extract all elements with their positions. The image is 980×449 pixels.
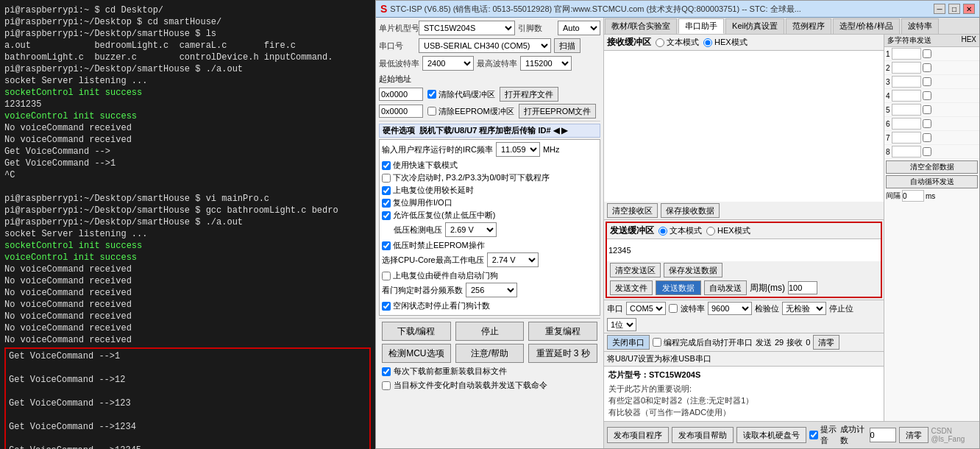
multi-input-4[interactable] bbox=[892, 90, 921, 102]
tab-textbook[interactable]: 教材/联合实验室 bbox=[605, 18, 677, 34]
term-line: Get VoiceCommand -->1234 bbox=[9, 421, 366, 433]
multi-input-3[interactable] bbox=[892, 76, 921, 88]
multi-cb-8[interactable] bbox=[923, 147, 931, 156]
right-panel: 教材/联合实验室 串口助手 Keil仿真设置 范例程序 选型/价格/样品 波特率 bbox=[604, 18, 979, 448]
multi-cb-7[interactable] bbox=[923, 133, 931, 142]
com-port-select[interactable]: COM5 bbox=[626, 302, 666, 315]
reset-time-button[interactable]: 重置延时 3 秒 bbox=[528, 344, 597, 363]
term-line: Get VoiceCommand -->12345 bbox=[9, 445, 366, 449]
recv-text-mode[interactable]: 文本模式 bbox=[656, 37, 699, 48]
send-file-button[interactable]: 发送文件 bbox=[610, 280, 653, 295]
tab-baudrate[interactable]: 波特率 bbox=[901, 18, 939, 34]
close-port-button[interactable]: 关闭串口 bbox=[607, 335, 650, 350]
clear-count-button[interactable]: 清零 bbox=[813, 335, 839, 350]
send-data-button[interactable]: 发送数据 bbox=[656, 280, 701, 295]
maximize-button[interactable]: □ bbox=[948, 4, 960, 14]
coldboot-cb[interactable]: 下次冷启动时, P3.2/P3.3为0/0时可下载程序 bbox=[382, 172, 597, 183]
clear-recv-button[interactable]: 清空接收区 bbox=[607, 203, 658, 218]
auto-loop-button[interactable]: 自动循环发送 bbox=[886, 175, 978, 188]
min-baud-select[interactable]: 2400 bbox=[422, 56, 474, 71]
auto-send-dl-cb[interactable]: 当目标文件变化时自动装载并发送下载命令 bbox=[382, 380, 597, 391]
detect-button[interactable]: 检测MCU选项 bbox=[382, 344, 451, 363]
hw-wdt-cb[interactable]: 上电复位由硬件自动启动门狗 bbox=[382, 270, 597, 281]
port-select[interactable]: USB-SERIAL CH340 (COM5) bbox=[419, 38, 551, 53]
lvr-cb[interactable]: 允许低压复位(禁止低压中断) bbox=[382, 210, 597, 221]
stop-bits-select[interactable]: 1位 bbox=[607, 318, 636, 331]
lvd-eeprom-cb[interactable]: 低压时禁止EEPROM操作 bbox=[382, 240, 597, 251]
clear-send-button[interactable]: 清空发送区 bbox=[610, 263, 661, 277]
open-eeprom-button[interactable]: 打开EEPROM文件 bbox=[519, 104, 597, 119]
rst-io-cb[interactable]: 复位脚用作I/O口 bbox=[382, 197, 597, 208]
wdt-prescale-select[interactable]: 256 bbox=[466, 283, 517, 297]
clear-eeprom-cb[interactable]: 清除EEPROM缓冲区 bbox=[427, 106, 514, 117]
clear-all-button[interactable]: 清空全部数据 bbox=[886, 160, 978, 174]
send-hex-mode[interactable]: HEX模式 bbox=[706, 225, 750, 236]
multi-input-5[interactable] bbox=[892, 104, 921, 116]
chip-model-select[interactable]: STC15W204S bbox=[419, 21, 515, 35]
pin-count-label: 引脚数 bbox=[518, 23, 555, 34]
watermark: CSDN @ls_Fang bbox=[931, 427, 976, 443]
multi-cb-5[interactable] bbox=[923, 105, 931, 114]
tab-serial[interactable]: 串口助手 bbox=[678, 18, 724, 34]
pin-count-select[interactable]: Auto bbox=[558, 21, 600, 35]
publish-button[interactable]: 发布项目程序 bbox=[607, 427, 669, 443]
addr1-input[interactable] bbox=[379, 88, 423, 101]
min-baud-label: 最低波特率 bbox=[379, 58, 419, 69]
tab-selection[interactable]: 选型/价格/样品 bbox=[833, 18, 899, 34]
hw-options-label: 硬件选项 脱机下载/U8/U7 程序加密后传输 ID# ◀ ▶ bbox=[379, 124, 600, 138]
multi-cb-1[interactable] bbox=[923, 49, 931, 58]
multi-cb-2[interactable] bbox=[923, 63, 931, 72]
period-input[interactable] bbox=[788, 281, 817, 294]
save-recv-button[interactable]: 保存接收数据 bbox=[661, 203, 720, 218]
multi-input-8[interactable] bbox=[892, 146, 921, 158]
check-select[interactable]: 无检验 bbox=[782, 302, 826, 315]
tab-examples[interactable]: 范例程序 bbox=[786, 18, 831, 34]
multi-cb-6[interactable] bbox=[923, 119, 931, 128]
multi-input-2[interactable] bbox=[892, 62, 921, 74]
multi-input-6[interactable] bbox=[892, 118, 921, 130]
fast-dl-cb[interactable]: 使用快速下载模式 bbox=[382, 160, 597, 171]
irc-select[interactable]: 11.0592 bbox=[496, 142, 540, 157]
term-line: No voiceCommand received bbox=[4, 334, 371, 346]
term-line: ^C bbox=[4, 169, 371, 181]
publish-help-button[interactable]: 发布项目帮助 bbox=[672, 427, 734, 443]
term-line: voiceControl init success bbox=[4, 110, 371, 122]
every-download-cb[interactable]: 每次下载前都重新装载目标文件 bbox=[382, 366, 597, 377]
auto-send-button[interactable]: 自动发送 bbox=[704, 280, 747, 295]
recv-hex-mode[interactable]: HEX模式 bbox=[703, 37, 748, 48]
tab-keil[interactable]: Keil仿真设置 bbox=[725, 18, 784, 34]
port-checkbox[interactable] bbox=[669, 304, 678, 313]
long-delay-cb[interactable]: 上电复位使用较长延时 bbox=[382, 185, 597, 196]
note-button[interactable]: 注意/帮助 bbox=[455, 344, 525, 363]
read-disk-button[interactable]: 读取本机硬盘号 bbox=[736, 427, 806, 443]
interval-input[interactable] bbox=[902, 190, 924, 202]
reset-button[interactable]: 重复编程 bbox=[528, 322, 597, 341]
max-baud-select[interactable]: 115200 bbox=[520, 56, 572, 71]
addr2-input[interactable] bbox=[379, 105, 423, 118]
close-button[interactable]: ✕ bbox=[963, 4, 975, 14]
baud-select[interactable]: 9600 bbox=[708, 302, 752, 315]
clear-code-cb[interactable]: 清除代码缓冲区 bbox=[427, 89, 495, 100]
stop-button[interactable]: 停止 bbox=[455, 322, 525, 341]
lvd-select[interactable]: 2.69 V bbox=[445, 222, 497, 237]
send-text-mode[interactable]: 文本模式 bbox=[658, 225, 702, 236]
scan-button[interactable]: 扫描 bbox=[554, 38, 580, 53]
hw-nav-left[interactable]: ◀ bbox=[553, 126, 559, 135]
hw-nav-right[interactable]: ▶ bbox=[561, 126, 567, 135]
cpu-voltage-select[interactable]: 2.74 V bbox=[487, 252, 539, 267]
term-line: pi@raspberrypi:~/Desktop/smartHouse $ gc… bbox=[4, 205, 371, 216]
auto-open-cb[interactable]: 编程完成后自动打开串口 bbox=[653, 337, 753, 348]
multi-input-1[interactable] bbox=[892, 48, 921, 60]
remind-cb[interactable]: 提示音 bbox=[809, 424, 837, 446]
clear-success-button[interactable]: 清零 bbox=[899, 427, 928, 443]
idle-wdt-cb[interactable]: 空闲状态时停止看门狗计数 bbox=[382, 300, 597, 311]
multi-input-7[interactable] bbox=[892, 132, 921, 144]
minimize-button[interactable]: ─ bbox=[934, 4, 945, 14]
save-send-button[interactable]: 保存发送数据 bbox=[664, 263, 722, 277]
term-line: No voiceCommand received bbox=[4, 134, 371, 146]
multi-cb-4[interactable] bbox=[923, 91, 931, 100]
open-prog-button[interactable]: 打开程序文件 bbox=[500, 87, 558, 102]
send-input[interactable] bbox=[608, 246, 879, 255]
download-button[interactable]: 下载/编程 bbox=[382, 322, 451, 341]
multi-cb-3[interactable] bbox=[923, 77, 931, 86]
